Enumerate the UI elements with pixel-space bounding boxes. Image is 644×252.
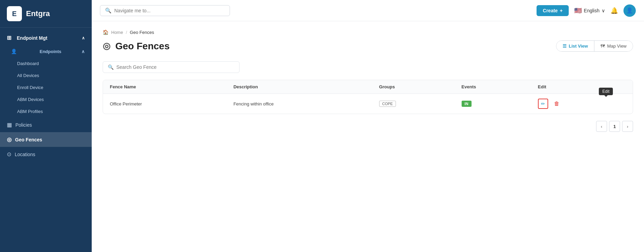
cell-description: Fencing within office — [227, 94, 372, 114]
geo-search-bar[interactable]: 🔍 — [103, 61, 240, 73]
table-header: Fence Name Description Groups Events Edi… — [103, 80, 633, 94]
cell-actions: Edit ✏ 🗑 — [531, 94, 633, 114]
sidebar-item-endpoint-mgt[interactable]: ⊞ Endpoint Mgt ∧ — [0, 30, 92, 45]
notification-icon[interactable]: 🔔 — [610, 7, 618, 14]
abm-devices-label: ABM Devices — [17, 97, 44, 102]
list-view-label: List View — [569, 43, 588, 49]
language-label: English — [584, 8, 600, 13]
table-row: Office Perimeter Fencing within office C… — [103, 94, 633, 114]
table-body: Office Perimeter Fencing within office C… — [103, 94, 633, 114]
flag-icon: 🇺🇸 — [574, 7, 582, 14]
main-area: 🔍 Create + 🇺🇸 English ∨ 🔔 👤 🏠 H — [92, 0, 644, 252]
sidebar: E Entgra ⊞ Endpoint Mgt ∧ 👤 Endpoints ∧ … — [0, 0, 92, 252]
sidebar-item-endpoints[interactable]: 👤 Endpoints ∧ — [0, 45, 92, 58]
sidebar-item-abm-devices[interactable]: ABM Devices — [0, 93, 92, 105]
locations-icon: ⊙ — [7, 151, 11, 158]
action-buttons: Edit ✏ 🗑 — [538, 99, 626, 109]
cell-events: IN — [455, 94, 531, 114]
chevron-up-icon-2: ∧ — [81, 49, 85, 54]
content-area: 🏠 Home / Geo Fences ◎ Geo Fences ☰ List … — [92, 21, 644, 252]
breadcrumb-current: Geo Fences — [130, 30, 154, 35]
page-title-container: ◎ Geo Fences — [103, 41, 170, 52]
col-fence-name: Fence Name — [103, 80, 227, 94]
all-devices-label: All Devices — [17, 73, 39, 78]
col-groups: Groups — [372, 80, 455, 94]
endpoint-mgt-label: Endpoint Mgt — [17, 35, 47, 41]
home-icon: 🏠 — [103, 29, 108, 35]
col-description: Description — [227, 80, 372, 94]
list-view-button[interactable]: ☰ List View — [556, 41, 594, 51]
sidebar-item-locations[interactable]: ⊙ Locations — [0, 147, 92, 162]
endpoints-label: Endpoints — [40, 49, 62, 54]
policies-label: Policies — [15, 122, 32, 128]
event-badge: IN — [462, 101, 472, 107]
map-view-button[interactable]: 🗺 Map View — [594, 41, 633, 51]
abm-profiles-label: ABM Profiles — [17, 109, 43, 114]
create-button[interactable]: Create + — [537, 5, 569, 16]
geo-search-input[interactable] — [116, 64, 234, 70]
chevron-up-icon: ∧ — [82, 36, 85, 40]
page-title-icon: ◎ — [103, 41, 111, 51]
breadcrumb: 🏠 Home / Geo Fences — [103, 29, 633, 35]
map-view-label: Map View — [607, 43, 627, 49]
sidebar-item-policies[interactable]: ▦ Policies — [0, 117, 92, 132]
sidebar-logo: E Entgra — [0, 0, 92, 28]
sidebar-item-geo-fences[interactable]: ◎ Geo Fences — [0, 132, 92, 147]
cell-groups: COPE — [372, 94, 455, 114]
edit-button[interactable]: ✏ — [538, 99, 548, 109]
breadcrumb-separator: / — [126, 30, 127, 35]
geo-fences-label: Geo Fences — [15, 137, 42, 142]
cell-fence-name: Office Perimeter — [103, 94, 227, 114]
current-page-button[interactable]: 1 — [609, 121, 620, 132]
chevron-down-icon: ∨ — [602, 8, 605, 13]
prev-page-button[interactable]: ‹ — [596, 121, 607, 132]
pagination: ‹ 1 › — [103, 121, 633, 132]
user-icon: 👤 — [626, 7, 633, 14]
page-title: Geo Fences — [115, 41, 170, 52]
dashboard-label: Dashboard — [17, 61, 39, 66]
topbar-right: Create + 🇺🇸 English ∨ 🔔 👤 — [537, 4, 636, 17]
sidebar-navigation: ⊞ Endpoint Mgt ∧ 👤 Endpoints ∧ Dashboard… — [0, 28, 92, 252]
sidebar-item-enroll-device[interactable]: Enroll Device — [0, 81, 92, 93]
geo-fence-table: Fence Name Description Groups Events Edi… — [103, 80, 633, 114]
plus-icon: + — [560, 8, 563, 13]
delete-button[interactable]: 🗑 — [552, 99, 562, 109]
app-name: Entgra — [26, 9, 50, 18]
breadcrumb-home[interactable]: Home — [111, 30, 123, 35]
list-icon: ☰ — [563, 43, 567, 49]
sidebar-item-dashboard[interactable]: Dashboard — [0, 58, 92, 70]
map-icon: 🗺 — [601, 43, 605, 49]
next-page-button[interactable]: › — [622, 121, 633, 132]
col-events: Events — [455, 80, 531, 94]
policies-icon: ▦ — [7, 122, 12, 128]
data-table: Fence Name Description Groups Events Edi… — [103, 80, 633, 114]
search-icon: 🔍 — [105, 8, 112, 14]
col-edit: Edit — [531, 80, 633, 94]
page-header: ◎ Geo Fences ☰ List View 🗺 Map View — [103, 40, 633, 52]
topbar-search[interactable]: 🔍 — [100, 5, 230, 16]
user-avatar[interactable]: 👤 — [623, 4, 636, 17]
locations-label: Locations — [15, 152, 35, 157]
search-geo-icon: 🔍 — [108, 64, 114, 70]
enroll-device-label: Enroll Device — [17, 85, 43, 90]
sidebar-item-all-devices[interactable]: All Devices — [0, 70, 92, 81]
person-icon: 👤 — [11, 49, 17, 54]
navigate-input[interactable] — [114, 8, 225, 13]
content-inner: 🏠 Home / Geo Fences ◎ Geo Fences ☰ List … — [92, 21, 644, 252]
geo-fences-icon: ◎ — [7, 136, 12, 143]
sidebar-item-abm-profiles[interactable]: ABM Profiles — [0, 105, 92, 117]
grid-icon: ⊞ — [7, 35, 11, 41]
language-selector[interactable]: 🇺🇸 English ∨ — [574, 7, 605, 14]
topbar: 🔍 Create + 🇺🇸 English ∨ 🔔 👤 — [92, 0, 644, 21]
create-label: Create — [543, 8, 558, 13]
group-badge: COPE — [379, 101, 396, 107]
view-toggle: ☰ List View 🗺 Map View — [556, 40, 633, 52]
logo-icon: E — [7, 6, 22, 21]
